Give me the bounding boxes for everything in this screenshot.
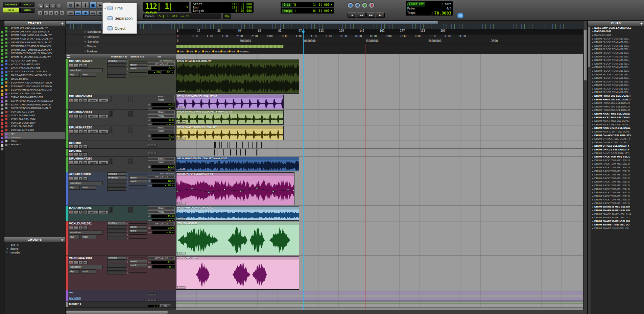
- io-column[interactable]: BltnM1VIR12vol0.0pan◂ 0 ▸: [148, 110, 175, 125]
- track-mini-button[interactable]: [148, 152, 150, 154]
- minsec-ruler-label[interactable]: ▶Min:Secs: [66, 34, 176, 39]
- clip-expand-icon[interactable]: ▶: [591, 70, 594, 72]
- grid-label[interactable]: Grid: [282, 3, 291, 7]
- track-name[interactable]: DRUMSNARE80: [69, 126, 107, 129]
- sidebar-track-item[interactable]: ~Master 1: [4, 143, 65, 147]
- track-mini-button[interactable]: [151, 293, 153, 295]
- pan-value[interactable]: ◂ 0 ▸: [152, 123, 175, 125]
- track-name[interactable]: DRUMKICKIM82: [69, 95, 107, 98]
- pan-value[interactable]: ◂ 0 ▸: [152, 107, 175, 109]
- clip-list-item[interactable]: ▶BASS-DI-1081: [591, 30, 644, 33]
- automation-mode-selector[interactable]: read: [98, 210, 109, 214]
- grid-value-row[interactable]: Grid 1| 0| 000 ▼: [281, 2, 334, 7]
- sidebar-track-item[interactable]: ~SCRATCHVOXBGM80SLDUALIT: [4, 103, 65, 106]
- input-monitor-button[interactable]: I: [74, 114, 78, 118]
- clip-expand-icon[interactable]: ▶: [591, 130, 594, 133]
- selector-tool-button[interactable]: [82, 2, 89, 9]
- clip-expand-icon[interactable]: ▶: [591, 170, 594, 172]
- clip-expand-icon[interactable]: ▶: [591, 155, 594, 158]
- clip-list-item[interactable]: ▶DRUM RACK TOM-M81-SSL D: [591, 173, 644, 176]
- input-monitor-button[interactable]: I: [74, 261, 78, 264]
- sidebar-track-item[interactable]: ~DRUMSNARET-M80-SLDUALITY: [4, 44, 65, 48]
- zoom-preset-2-button[interactable]: 2: [43, 11, 48, 15]
- clip-list-item[interactable]: ▶DRUM HIHAT-260-SSL DUALIT: [591, 98, 644, 101]
- fast-forward-button[interactable]: ▶▶: [366, 13, 375, 18]
- automation-mode-selector[interactable]: read: [98, 130, 109, 134]
- track-mini-button[interactable]: [154, 144, 157, 147]
- solo-button[interactable]: S: [78, 152, 83, 156]
- audio-clip[interactable]: DRUM SNARE B-M81-SSL DUALITY-Invert_02-0…: [176, 110, 284, 125]
- clip-list-item[interactable]: ▶DRUM FLOOR TOM-M81-SSL |: [591, 76, 644, 80]
- sidebar-track-item[interactable]: ~EGUITARM81CHANDLERTGCHA: [4, 88, 65, 92]
- insert-slot[interactable]: [107, 271, 126, 274]
- clip-gain-badge[interactable]: ⊕ 0 dB: [177, 121, 186, 124]
- samples-ruler[interactable]: 050000001000000015000000200000002500: [176, 39, 583, 44]
- track-lanes-column[interactable]: DRUM OH-AK47-SSL DUALITY⊕ 0 dBDRUM KICK …: [176, 59, 583, 310]
- clip-expand-icon[interactable]: ▶: [591, 180, 594, 183]
- clip-expand-icon[interactable]: ▶: [591, 66, 594, 68]
- insert-slot[interactable]: [107, 260, 126, 263]
- automation-mode-selector[interactable]: read: [81, 186, 96, 190]
- clip-expand-icon[interactable]: ▶: [591, 30, 594, 32]
- go-to-end-button[interactable]: ▶|: [376, 13, 385, 18]
- clip-expand-icon[interactable]: ▶: [591, 163, 594, 165]
- sidebar-track-item[interactable]: ~DRUMFLORTOMM81SLDUALITY: [4, 48, 65, 52]
- markers-ruler-label[interactable]: +Markers: [66, 49, 176, 54]
- clip-expand-icon[interactable]: ▶: [591, 116, 594, 119]
- clip-list-item[interactable]: ▶DRUM KICK I-M82-SSL DUALI: [591, 119, 644, 123]
- solo-button[interactable]: S: [78, 114, 83, 118]
- track-mini-button[interactable]: [151, 152, 153, 154]
- clip-expand-icon[interactable]: ▶: [591, 38, 594, 40]
- menu-item-separation[interactable]: Separation: [103, 13, 137, 23]
- track-name[interactable]: rev: [69, 291, 107, 294]
- io-column[interactable]: [148, 142, 175, 148]
- clip-expand-icon[interactable]: ▶: [591, 95, 594, 97]
- clip-expand-icon[interactable]: ▶: [591, 59, 594, 61]
- inserts-column[interactable]: ChnlStrp: [107, 256, 126, 290]
- volume-value[interactable]: -15.0: [151, 214, 175, 218]
- record-enable-button[interactable]: [69, 152, 73, 156]
- clip-expand-icon[interactable]: ▶: [591, 48, 594, 50]
- clip-expand-icon[interactable]: ▶: [591, 63, 594, 65]
- track-header[interactable]: DRUM81ISM: [66, 141, 176, 149]
- solo-button[interactable]: S: [78, 64, 83, 68]
- track-lane[interactable]: VOX BG-U47-1084⊕ 0 dB: [176, 256, 583, 290]
- send-slot[interactable]: creverb: [127, 180, 147, 183]
- track-header[interactable]: DRUMSNARE81ISMwavereadBltnM1VIR12vol0.0p…: [66, 110, 176, 125]
- input-path-selector[interactable]: BltnM1: [148, 157, 175, 161]
- automation-mode-selector[interactable]: read: [98, 114, 109, 118]
- audio-clip[interactable]: DRUM SNARE T-M80-SSL DUALITY⊕ 0 dB: [176, 126, 284, 140]
- automation-mode-selector[interactable]: read: [81, 73, 96, 77]
- sidebar-track-item[interactable]: ~DRUM OH-C12-SSL DUALITY: [4, 26, 65, 30]
- io-column[interactable]: BltnM1VIR12vol-4.5pan◂ 0 ▸: [148, 95, 175, 109]
- pan-value[interactable]: ◂ 0 ▸: [152, 138, 175, 140]
- send-slot[interactable]: creverb: [127, 67, 147, 70]
- sends-column[interactable]: abreberbcreverbde: [127, 172, 147, 205]
- sends-column[interactable]: abreberbcreverbde: [127, 59, 147, 94]
- input-path-selector[interactable]: BltnM1: [148, 111, 175, 114]
- track-mini-button[interactable]: [148, 299, 150, 301]
- clip-list-item[interactable]: ▶DRUM RACK TOM-M81-SSL D: [591, 162, 644, 166]
- dyn-selector[interactable]: dyn: [69, 186, 80, 190]
- playhead-cursor[interactable]: [303, 29, 304, 310]
- clip-expand-icon[interactable]: ▶: [591, 88, 594, 90]
- track-header[interactable]: rev long: [66, 296, 176, 302]
- clip-list-item[interactable]: ▶DRUM FLOOR TOM-M81-SSL |: [591, 40, 644, 44]
- clip-list-item[interactable]: ▶DRUM OH-AK47-SSL DUALITY: [591, 134, 644, 137]
- clip-gain-badge[interactable]: ⊕ 0 dB: [177, 202, 186, 204]
- track-view-selector[interactable]: wave: [88, 114, 98, 118]
- sidebar-track-item[interactable]: ~Click: [4, 139, 65, 143]
- sidebar-track-item[interactable]: ~rev: [4, 132, 65, 136]
- track-header[interactable]: Master 10.0Vit2: [66, 302, 176, 308]
- output-path-selector[interactable]: VIRTUAL 1-2: [148, 62, 175, 66]
- grid-caret-icon[interactable]: ▼: [331, 3, 332, 6]
- insert-slot[interactable]: MTremolo: [107, 176, 126, 179]
- clip-list-item[interactable]: ▶DRUM SNARE T-M80-SSL DU: [591, 226, 644, 230]
- track-lane[interactable]: [176, 296, 583, 302]
- clip-expand-icon[interactable]: ▶: [591, 27, 594, 29]
- record-enable-button[interactable]: [69, 64, 73, 68]
- mode-slip-button[interactable]: SLIP: [3, 8, 20, 13]
- insert-slot[interactable]: [107, 225, 126, 229]
- mode-grid-button[interactable]: GRID: [20, 8, 34, 13]
- zoom-preset-3-button[interactable]: 3: [49, 11, 53, 15]
